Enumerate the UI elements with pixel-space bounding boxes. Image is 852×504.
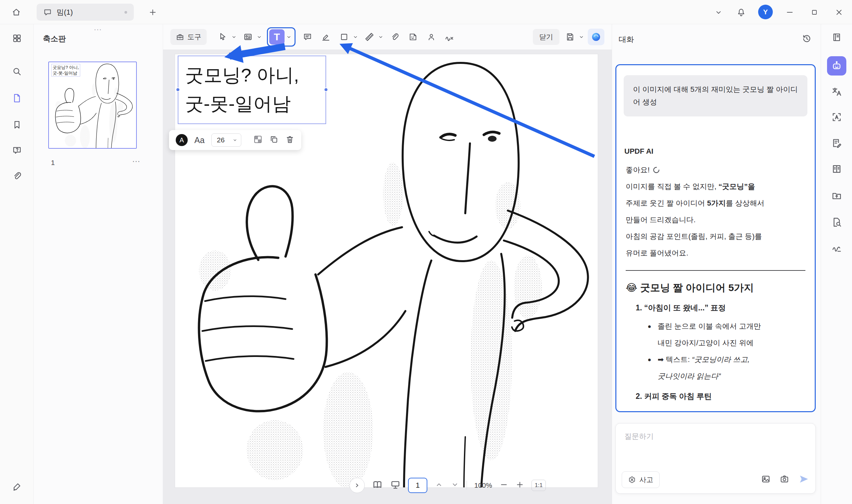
pages-button-active[interactable]	[11, 92, 23, 104]
opacity-button[interactable]	[253, 135, 263, 145]
new-tab-button[interactable]	[146, 5, 160, 19]
search-button[interactable]	[11, 66, 23, 77]
bell-icon	[736, 8, 746, 17]
stamp-tool-button[interactable]	[424, 29, 439, 44]
bookmarks-button[interactable]	[11, 119, 23, 131]
response-line: 유머로 풀어냈어요.	[626, 245, 688, 262]
response-line: 만들어 드리겠습니다.	[626, 212, 696, 228]
plus-icon	[148, 8, 157, 17]
comments-button[interactable]	[11, 144, 23, 156]
bookmark-icon	[12, 120, 22, 130]
highlighter-tool-button[interactable]	[318, 29, 334, 44]
ai-chat-tab-active[interactable]	[827, 56, 846, 75]
reader-mode-button[interactable]	[831, 163, 842, 175]
search-icon	[12, 67, 22, 76]
minimize-button[interactable]	[783, 5, 797, 19]
response-item-1: 1. “아침이 또 왔네...” 표정	[636, 300, 805, 316]
comment-tool-button[interactable]	[300, 29, 315, 44]
ai-name-label: UPDF AI	[624, 147, 815, 156]
next-page-button[interactable]	[450, 480, 459, 490]
checkerboard-icon	[253, 135, 263, 144]
catalog-book-icon	[832, 32, 842, 42]
close-window-button[interactable]	[832, 5, 846, 19]
actual-size-button[interactable]: 1:1	[532, 480, 546, 491]
duplicate-button[interactable]	[269, 135, 279, 145]
attachments-button[interactable]	[11, 170, 23, 182]
signature-tool-button[interactable]	[442, 29, 457, 44]
signature-panel-button[interactable]	[831, 242, 842, 254]
zoom-in-button[interactable]	[516, 480, 524, 490]
response-item-2: 2. 커피 중독 아침 루틴	[636, 388, 805, 404]
send-button[interactable]	[798, 473, 810, 486]
home-button[interactable]	[9, 5, 23, 19]
save-icon	[565, 32, 575, 41]
page-number-input[interactable]	[408, 478, 427, 493]
paperclip-icon	[390, 32, 400, 41]
textbox-handle-left[interactable]	[176, 88, 180, 92]
tools-label: 도구	[188, 32, 201, 41]
main-canvas-area: 도구 T	[163, 24, 612, 504]
card-tool-group[interactable]	[240, 29, 263, 44]
unsaved-dot	[124, 11, 127, 14]
tools-button[interactable]: 도구	[171, 29, 207, 45]
font-style-button[interactable]: Aa	[194, 136, 205, 145]
translate-button[interactable]	[831, 86, 842, 97]
search-document-button[interactable]	[831, 217, 842, 228]
shape-tool-group[interactable]	[336, 29, 359, 44]
textbox-handle-right[interactable]	[324, 88, 328, 92]
measure-tool-group[interactable]	[362, 29, 384, 44]
font-size-select[interactable]: 26	[211, 133, 241, 147]
ai-assistant-button[interactable]	[588, 29, 604, 45]
collapse-button[interactable]	[712, 5, 726, 19]
presentation-button[interactable]	[390, 480, 401, 491]
save-tool-group[interactable]	[563, 29, 585, 44]
thumbnail-more-button[interactable]: ⋯	[132, 157, 141, 166]
screenshot-button[interactable]	[779, 474, 789, 485]
selected-textbox[interactable]: 굿모닝? 아니, 굿-못-일어남	[178, 56, 326, 124]
sticker-tool-button[interactable]	[405, 29, 421, 44]
open-book-icon	[372, 480, 383, 490]
chat-history-button[interactable]	[802, 34, 812, 45]
export-button[interactable]	[831, 190, 842, 201]
square-icon	[339, 32, 349, 41]
ai-chat-panel: 대화 이 이미지에 대해 5개의 재미있는 굿모닝 짤 아이디어 생성 UPDF…	[612, 24, 821, 504]
chat-panel-title: 대화	[619, 34, 634, 44]
close-editor-button[interactable]: 닫기	[533, 29, 560, 45]
previous-page-button[interactable]	[434, 480, 443, 490]
apps-button[interactable]	[11, 32, 23, 44]
text-tool-button[interactable]: T	[269, 29, 285, 44]
chat-input[interactable]	[616, 424, 815, 460]
chat-conversation: 이 이미지에 대해 5개의 재미있는 굿모닝 짤 아이디어 생성 UPDF AI…	[615, 64, 816, 412]
loading-icon	[652, 166, 660, 174]
notifications-button[interactable]	[734, 5, 748, 19]
zoom-level[interactable]: 100%	[474, 481, 492, 489]
response-heading: 😂 굿모닝 짤 아이디어 5가지	[626, 280, 805, 296]
expand-nav-button[interactable]	[350, 478, 365, 493]
ocr-button[interactable]	[831, 111, 842, 123]
delete-button[interactable]	[285, 135, 295, 145]
insert-image-button[interactable]	[761, 474, 771, 485]
zoom-out-button[interactable]	[500, 480, 508, 490]
chevron-down-icon	[352, 34, 358, 40]
font-color-button[interactable]: A	[176, 134, 188, 146]
ink-tool-button[interactable]	[11, 481, 23, 493]
maximize-button[interactable]	[807, 5, 821, 19]
attach-tool-button[interactable]	[387, 29, 402, 44]
text-format-bar: A Aa 26	[169, 130, 301, 150]
chevron-down-icon	[579, 34, 584, 40]
chevron-down-icon	[231, 34, 237, 40]
page-navigation-bar: 100% 1:1	[350, 476, 546, 495]
trash-icon	[285, 135, 295, 144]
contents-button[interactable]	[831, 32, 842, 43]
divider	[467, 481, 467, 490]
camera-icon	[779, 474, 789, 484]
document-tab[interactable]: 밈(1)	[37, 4, 134, 21]
form-fill-button[interactable]	[831, 138, 842, 149]
thinking-mode-button[interactable]: 사고	[622, 471, 660, 488]
panel-drag-handle[interactable]: ⋯	[34, 25, 163, 34]
reader-view-button[interactable]	[372, 480, 383, 491]
page-thumbnail[interactable]: 굿모닝? 아니, 굿-못-일어남	[48, 61, 137, 149]
avatar[interactable]: Y	[758, 5, 773, 19]
chevron-down-icon	[714, 8, 723, 17]
select-tool-group[interactable]	[215, 29, 237, 44]
